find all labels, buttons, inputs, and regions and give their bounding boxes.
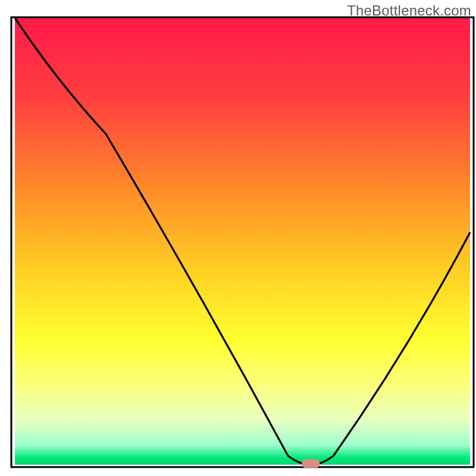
plot-background <box>15 18 470 465</box>
bottleneck-chart <box>0 0 476 476</box>
chart-container: TheBottleneck.com <box>0 0 476 476</box>
optimal-point-marker <box>302 459 320 468</box>
watermark-text: TheBottleneck.com <box>347 2 471 19</box>
